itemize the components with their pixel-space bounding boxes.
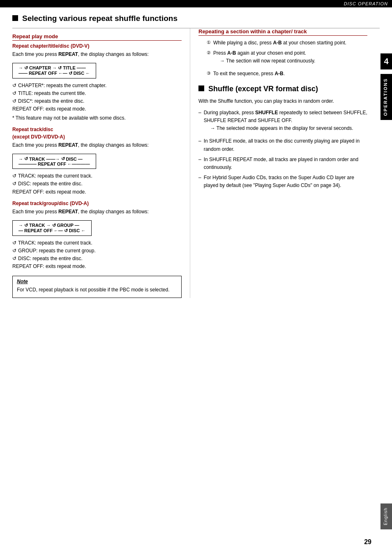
- note-box: Note For VCD, repeat playback is not pos…: [12, 276, 182, 298]
- track-bullet-3: REPEAT OFF: exits repeat mode.: [12, 188, 182, 196]
- step-2: ② Press A-B again at your chosen end poi…: [207, 49, 367, 67]
- shuffle-arrow-1: → The selected mode appears in the displ…: [210, 125, 367, 132]
- repeat-chapter-desc: Each time you press REPEAT, the display …: [12, 51, 182, 58]
- step-3: ③ To exit the sequence, press A-B.: [207, 70, 367, 78]
- diagram-track-disc: → ↺ TRACK ——→ ↺ DISC — ———— REPEAT OFF ←…: [12, 154, 96, 169]
- main-content: Repeat play mode Repeat chapter/title/di…: [0, 28, 380, 298]
- shuffle-items: – During playback, press SHUFFLE repeate…: [198, 109, 367, 190]
- left-column: Repeat play mode Repeat chapter/title/di…: [12, 28, 190, 298]
- group-bullet-1: ↺ TRACK: repeats the current track.: [12, 239, 182, 247]
- diagram3-row1: → ↺ TRACK → ↺ GROUP —: [18, 223, 85, 228]
- english-tab: English: [380, 503, 392, 529]
- note-title: Note: [17, 279, 177, 284]
- chapter-bullet-3: ↺ DISC*: repeats the entire disc.: [12, 97, 182, 105]
- diagram2-row1: → ↺ TRACK ——→ ↺ DISC —: [18, 156, 90, 162]
- diagram3-row2: — REPEAT OFF ←— ↺ DISC ←: [18, 228, 85, 233]
- page-title: Selecting various repeat shuffle functio…: [22, 14, 178, 24]
- shuffle-heading: Shuffle (except VR format disc): [198, 84, 367, 94]
- repeat-group-desc: Each time you press REPEAT, the display …: [12, 208, 182, 215]
- top-bar-text: DISC OPERATION: [344, 1, 388, 6]
- page-number: 29: [364, 538, 371, 546]
- diagram-row2: —— REPEAT OFF ←— ↺ DISC ←: [18, 71, 90, 76]
- track-bullet-1: ↺ TRACK: repeats the current track.: [12, 172, 182, 180]
- diagram-track-group-disc: → ↺ TRACK → ↺ GROUP — — REPEAT OFF ←— ↺ …: [12, 220, 92, 236]
- shuffle-item-1: – During playback, press SHUFFLE repeate…: [198, 109, 367, 135]
- shuffle-square: [198, 85, 204, 91]
- shuffle-item-3: – In SHUFFLE REPEAT mode, all tracks are…: [198, 156, 367, 171]
- repeating-section-heading: Repeating a section within a chapter/ tr…: [198, 28, 367, 36]
- step-1: ① While playing a disc, press A-B at you…: [207, 39, 367, 47]
- repeat-play-mode-heading: Repeat play mode: [12, 33, 182, 41]
- chapter-bullet-2: ↺ TITLE: repeats the current title.: [12, 90, 182, 97]
- chapter-bullet-4: REPEAT OFF: exits repeat mode.: [12, 105, 182, 113]
- repeat-chapter-title-disc-heading: Repeat chapter/title/disc (DVD-V): [12, 43, 182, 49]
- shuffle-item-2: – In SHUFFLE mode, all tracks on the dis…: [198, 137, 367, 153]
- track-bullet-2: ↺ DISC: repeats the entire disc.: [12, 180, 182, 188]
- repeat-track-desc: Each time you press REPEAT, the display …: [12, 141, 182, 149]
- heading-square: [12, 15, 18, 21]
- group-bullet-4: REPEAT OFF: exits repeat mode.: [12, 263, 182, 270]
- steps-list: ① While playing a disc, press A-B at you…: [198, 39, 367, 78]
- group-bullet-2: ↺ GROUP: repeats the current group.: [12, 247, 182, 255]
- diagram2-row2: ———— REPEAT OFF ←————: [18, 162, 90, 166]
- top-bar: DISC OPERATION: [0, 0, 392, 7]
- note-text: For VCD, repeat playback is not possible…: [17, 286, 177, 293]
- step2-arrow: → The section will now repeat continuous…: [220, 57, 315, 65]
- diagram-row1: → ↺ CHAPTER → ↺ TITLE ——: [18, 65, 90, 71]
- shuffle-intro: With the Shuffle function, you can play …: [198, 97, 367, 105]
- shuffle-title: Shuffle (except VR format disc): [208, 84, 318, 94]
- repeat-group-heading: Repeat track/group/disc (DVD-A): [12, 201, 182, 206]
- repeat-track-disc-subheading: (except DVD-V/DVD-A): [12, 134, 182, 140]
- repeat-track-disc-heading: Repeat track/disc: [12, 127, 182, 132]
- right-column: Repeating a section within a chapter/ tr…: [190, 28, 367, 298]
- shuffle-item-4: – For Hybrid Super Audio CDs, tracks on …: [198, 174, 367, 189]
- diagram-chapter-title-disc: → ↺ CHAPTER → ↺ TITLE —— —— REPEAT OFF ←…: [12, 63, 96, 78]
- chapter-bullet-1: ↺ CHAPTER*: repeats the current chapter.: [12, 82, 182, 90]
- operations-tab: OPERATIONS: [380, 74, 392, 120]
- section-number: 4: [380, 53, 392, 69]
- main-heading: Selecting various repeat shuffle functio…: [0, 7, 392, 28]
- chapter-bullet-5: * This feature may not be available with…: [12, 114, 182, 122]
- group-bullet-3: ↺ DISC: repeats the entire disc.: [12, 255, 182, 263]
